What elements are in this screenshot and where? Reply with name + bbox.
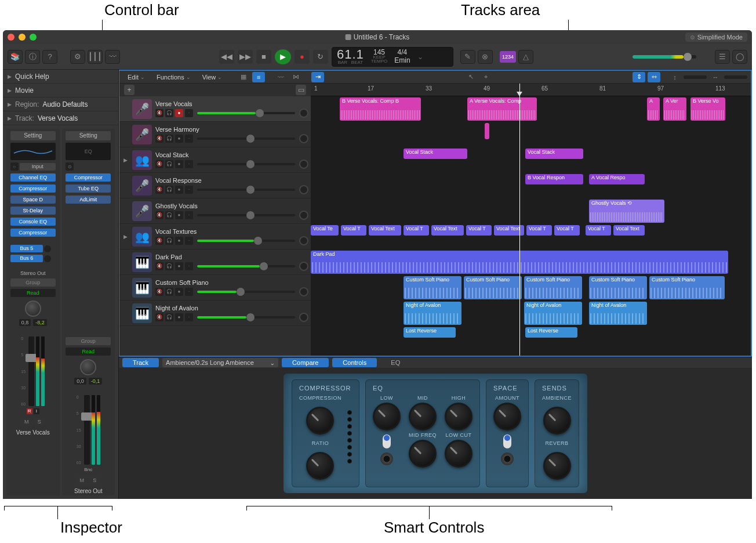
track-header[interactable]: 🎹 Custom Soft Piano 🔇 🎧 ● · — [119, 275, 311, 301]
quick-help-button[interactable]: ? — [42, 50, 57, 64]
low-cut-knob[interactable] — [445, 440, 472, 468]
solo-icon[interactable]: 🎧 — [165, 160, 173, 168]
audio-region[interactable]: Vocal T — [526, 225, 552, 236]
input-icon[interactable]: · — [185, 237, 193, 245]
solo-icon[interactable]: 🎧 — [165, 262, 173, 270]
audio-region[interactable]: Vocal Text — [613, 225, 645, 236]
pan-knob[interactable] — [25, 301, 41, 317]
audio-region[interactable]: Lost Reverse — [525, 327, 577, 338]
input-icon[interactable]: · — [185, 211, 193, 219]
audio-region[interactable]: A Ver — [663, 97, 686, 121]
track-pan-knob[interactable] — [299, 185, 308, 194]
track-pan-knob[interactable] — [299, 160, 308, 169]
audio-region[interactable]: Vocal Stack — [404, 149, 467, 159]
region-row[interactable]: ▶Region:Audio Defaults — [3, 97, 118, 111]
track-header[interactable]: 🎤 Verse Harmony 🔇 🎧 ● · — [119, 122, 311, 147]
audio-region[interactable]: Vocal T — [404, 225, 429, 236]
plugin-slot[interactable]: Space D — [10, 196, 56, 204]
editor-button[interactable]: 〰 — [105, 50, 120, 64]
pan-knob[interactable] — [80, 359, 96, 375]
audio-region[interactable]: Vocal Text — [369, 225, 401, 236]
record-icon[interactable]: ● — [175, 135, 183, 143]
high-knob[interactable] — [445, 403, 472, 430]
setting-button[interactable]: Setting — [10, 131, 56, 140]
record-icon[interactable]: ● — [175, 211, 183, 219]
solo-icon[interactable]: 🎧 — [165, 109, 173, 117]
track-volume-slider[interactable] — [197, 316, 295, 318]
audio-region[interactable]: Custom Soft Piano — [649, 276, 725, 299]
input-icon[interactable]: · — [185, 186, 193, 194]
amount-knob[interactable] — [493, 403, 521, 430]
library-button[interactable]: 📚 — [8, 50, 23, 64]
track-pan-knob[interactable] — [299, 313, 308, 322]
input-icon[interactable]: · — [185, 109, 193, 117]
audio-region[interactable]: Vocal Text — [431, 225, 464, 236]
volume-fader[interactable] — [28, 336, 34, 406]
arrangement-grid[interactable]: 1 17 33 49 65 81 97 113 B Verse Vocals: … — [311, 84, 751, 356]
send-slot[interactable]: Bus 6 — [10, 255, 56, 262]
smart-controls-button[interactable]: ⚙ — [70, 50, 85, 64]
track-volume-slider[interactable] — [197, 265, 295, 267]
audio-region[interactable]: Vocal T — [466, 225, 492, 236]
track-volume-slider[interactable] — [197, 214, 295, 216]
input-monitor-button[interactable]: I — [34, 408, 39, 414]
audio-region[interactable]: Vocal Te — [311, 225, 339, 236]
compression-knob[interactable] — [306, 407, 334, 435]
track-pan-knob[interactable] — [299, 211, 308, 220]
record-icon[interactable]: ● — [175, 237, 183, 245]
input-icon[interactable]: · — [185, 160, 193, 168]
preset-selector[interactable]: Ambience/0.2s Long Ambience — [162, 358, 278, 367]
view-menu[interactable]: View — [198, 73, 227, 82]
audio-region[interactable]: Custom Soft Piano — [524, 276, 582, 299]
space-toggle[interactable] — [503, 435, 511, 448]
track-pan-knob[interactable] — [299, 287, 308, 296]
record-enable-button[interactable]: R — [27, 408, 32, 414]
vzoom-slider[interactable] — [684, 75, 707, 79]
snap-icon[interactable]: ⇕ — [633, 72, 645, 82]
input-icon[interactable]: · — [185, 313, 193, 321]
input-icon[interactable]: · — [185, 262, 193, 270]
input-icon[interactable]: · — [185, 288, 193, 296]
volume-fader[interactable] — [84, 395, 90, 465]
edit-menu[interactable]: Edit — [123, 73, 150, 82]
track-header[interactable]: 🎹 Dark Pad 🔇 🎧 ● · — [119, 249, 311, 275]
input-slot[interactable]: Input — [20, 163, 56, 171]
lcd-display[interactable]: 61.1BAR BEAT 145KEEPTEMPO 4/4Emin ⌄ — [332, 47, 453, 67]
alt-tool-icon[interactable]: ⌖ — [479, 72, 492, 82]
solo-icon[interactable]: 🎧 — [165, 288, 173, 296]
audio-region[interactable]: Night of Avalon — [524, 302, 582, 325]
audio-region[interactable]: Vocal T — [341, 225, 366, 236]
add-track-button[interactable]: + — [124, 85, 135, 95]
functions-menu[interactable]: Functions — [152, 73, 195, 82]
automation-button[interactable]: Read — [66, 347, 111, 356]
track-header[interactable]: 🎤 Verse Vocals 🔇 🎧 ● · — [119, 96, 311, 122]
audio-region[interactable]: Custom Soft Piano — [464, 276, 522, 299]
record-icon[interactable]: ● — [175, 160, 183, 168]
audio-region[interactable]: Ghostly Vocals ⟲ — [589, 200, 664, 223]
solo-button[interactable]: S — [34, 418, 45, 426]
mute-icon[interactable]: 🔇 — [155, 135, 163, 143]
group-button[interactable]: Group — [10, 278, 56, 287]
plugin-slot[interactable]: St-Delay — [10, 207, 56, 215]
mute-icon[interactable]: 🔇 — [155, 262, 163, 270]
close-button[interactable] — [8, 34, 14, 41]
track-header[interactable]: 🎤 Vocal Response 🔇 🎧 ● · — [119, 173, 311, 198]
track-pan-knob[interactable] — [299, 262, 308, 271]
track-volume-slider[interactable] — [197, 240, 295, 242]
mute-icon[interactable]: 🔇 — [155, 313, 163, 321]
mute-icon[interactable]: 🔇 — [155, 160, 163, 168]
track-header[interactable]: ▶ 👥 Vocal Stack 🔇 🎧 ● · — [119, 147, 311, 173]
solo-icon[interactable]: 🎧 — [165, 186, 173, 194]
automation-button[interactable]: Read — [10, 289, 56, 297]
solo-icon[interactable]: 🎧 — [165, 211, 173, 219]
eq-thumbnail[interactable]: EQ — [66, 143, 111, 160]
plugin-slot[interactable]: Compressor — [10, 184, 56, 193]
movie-row[interactable]: ▶Movie — [3, 84, 118, 97]
play-button[interactable]: ▶ — [275, 49, 291, 64]
count-in-button[interactable]: 1234 — [500, 51, 516, 63]
link-icon[interactable]: ⇿ — [648, 72, 660, 82]
minimize-button[interactable] — [19, 34, 26, 41]
forward-button[interactable]: ▶▶ — [238, 50, 253, 64]
reverb-knob[interactable] — [543, 452, 571, 480]
track-volume-slider[interactable] — [197, 112, 295, 114]
